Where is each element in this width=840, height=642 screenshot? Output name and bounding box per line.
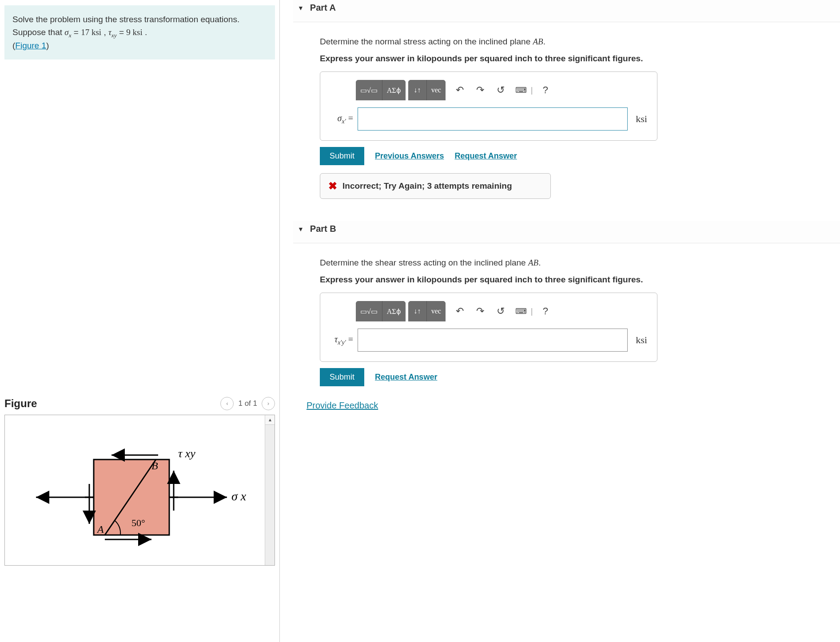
redo-button[interactable]: ↷ [471,302,489,320]
figure-next-button[interactable]: › [262,397,275,410]
figure-scrollbar[interactable]: ▴ [265,415,275,565]
templates-button[interactable]: ▭√▭ [356,301,382,321]
part-b-unit: ksi [636,334,647,346]
part-b-request-answer-link[interactable]: Request Answer [375,373,437,382]
greek-button[interactable]: ΑΣϕ [382,301,406,321]
part-a-header[interactable]: ▼ Part A [293,0,840,22]
part-a-unit: ksi [636,113,647,125]
greek-button[interactable]: ΑΣϕ [382,80,406,100]
part-a-request-answer-link[interactable]: Request Answer [454,151,517,161]
help-button[interactable]: ? [537,302,554,320]
reset-button[interactable]: ↺ [492,81,510,99]
part-a-toolbar: ▭√▭ ΑΣϕ ↓↑ vec ↶ ↷ ↺ ⌨ | ? [356,80,647,100]
undo-button[interactable]: ↶ [451,302,469,320]
part-a-feedback: ✖ Incorrect; Try Again; 3 attempts remai… [320,173,551,199]
part-a-previous-answers-link[interactable]: Previous Answers [375,151,444,161]
provide-feedback-link[interactable]: Provide Feedback [307,400,378,411]
label-angle: 50° [131,517,145,528]
figure-scroll-up-icon[interactable]: ▴ [265,415,275,425]
vector-button[interactable]: vec [427,80,446,100]
figure-diagram: τ xy σ x B A 50° [18,433,249,548]
help-button[interactable]: ? [537,81,554,99]
tau-xy-val: 9 ksi [126,28,142,37]
label-sigma-x: σ x [231,489,247,503]
templates-button[interactable]: ▭√▭ [356,80,382,100]
part-a-question: Determine the normal stress acting on th… [320,36,777,48]
part-b-instruction: Express your answer in kilopounds per sq… [320,273,777,286]
collapse-icon: ▼ [298,226,304,233]
part-a-title: Part A [310,3,336,13]
collapse-icon: ▼ [298,4,304,12]
subscript-button[interactable]: ↓↑ [408,80,427,100]
figure-title: Figure [4,397,37,410]
reset-button[interactable]: ↺ [492,302,510,320]
part-b-answer-box: ▭√▭ ΑΣϕ ↓↑ vec ↶ ↷ ↺ ⌨ | ? τx′y′ = k [320,293,657,362]
sigma-x-val: 17 ksi [81,28,101,37]
keyboard-button[interactable]: ⌨ [512,81,530,99]
figure-counter: 1 of 1 [238,399,257,408]
part-a-answer-box: ▭√▭ ΑΣϕ ↓↑ vec ↶ ↷ ↺ ⌨ | ? σx′ = ksi [320,71,657,141]
label-B: B [151,460,158,472]
incorrect-icon: ✖ [328,180,337,192]
part-b-toolbar: ▭√▭ ΑΣϕ ↓↑ vec ↶ ↷ ↺ ⌨ | ? [356,301,647,321]
problem-statement: Solve the problem using the stress trans… [4,5,275,59]
part-a-submit-button[interactable]: Submit [320,147,364,165]
part-b-submit-button[interactable]: Submit [320,368,364,386]
label-A: A [96,523,104,535]
part-a-feedback-text: Incorrect; Try Again; 3 attempts remaini… [342,181,512,191]
part-b-question: Determine the shear stress acting on the… [320,257,777,269]
vector-button[interactable]: vec [427,301,446,321]
part-b-var-label: τx′y′ = [330,334,353,346]
undo-button[interactable]: ↶ [451,81,469,99]
sigma-x-var: σx [64,28,71,37]
part-a-var-label: σx′ = [330,113,353,125]
figure-viewport: ▴ [4,415,275,566]
part-b-answer-input[interactable] [358,329,628,352]
figure-link[interactable]: Figure 1 [15,41,46,50]
part-b-header[interactable]: ▼ Part B [293,221,840,243]
part-a-answer-input[interactable] [358,107,628,131]
tau-xy-var: τxy [108,28,117,37]
part-a-instruction: Express your answer in kilopounds per sq… [320,52,777,65]
redo-button[interactable]: ↷ [471,81,489,99]
label-tau-xy: τ xy [178,447,195,460]
keyboard-button[interactable]: ⌨ [512,302,530,320]
subscript-button[interactable]: ↓↑ [408,301,427,321]
part-b-title: Part B [310,224,336,234]
figure-prev-button[interactable]: ‹ [220,397,234,410]
